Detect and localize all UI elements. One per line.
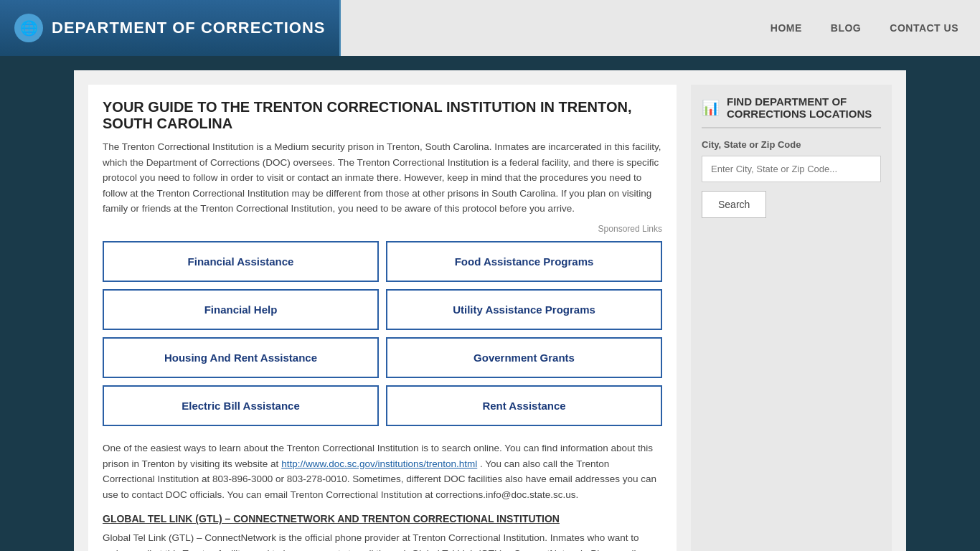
btn-financial-assistance[interactable]: Financial Assistance — [103, 241, 379, 282]
gtl-section-heading: GLOBAL TEL LINK (GTL) – CONNECTNETWORK A… — [103, 513, 662, 524]
article-title: YOUR GUIDE TO THE TRENTON CORRECTIONAL I… — [103, 99, 662, 132]
btn-financial-help[interactable]: Financial Help — [103, 289, 379, 330]
globe-icon: 🌐 — [14, 14, 43, 42]
sidebar-field-label: City, State or Zip Code — [702, 139, 881, 150]
nav-home[interactable]: HOME — [771, 22, 802, 34]
nav-contact[interactable]: CONTACT US — [890, 22, 958, 34]
btn-food-assistance[interactable]: Food Assistance Programs — [386, 241, 662, 282]
btn-rent-assistance[interactable]: Rent Assistance — [386, 385, 662, 426]
content-layout: YOUR GUIDE TO THE TRENTON CORRECTIONAL I… — [74, 70, 906, 551]
post-buttons-paragraph: One of the easiest ways to learn about t… — [103, 441, 662, 502]
bar-chart-icon: 📊 — [702, 99, 720, 116]
logo-section: 🌐 DEPARTMENT OF CORRECTIONS — [0, 0, 341, 56]
gtl-section-body: Global Tel Link (GTL) – ConnectNetwork i… — [103, 530, 662, 551]
btn-electric-bill[interactable]: Electric Bill Assistance — [103, 385, 379, 426]
main-content: YOUR GUIDE TO THE TRENTON CORRECTIONAL I… — [88, 85, 677, 551]
article-intro: The Trenton Correctional Institution is … — [103, 139, 662, 217]
nav-blog[interactable]: BLOG — [831, 22, 861, 34]
site-header: 🌐 DEPARTMENT OF CORRECTIONS HOME BLOG CO… — [0, 0, 980, 56]
sidebar-heading: FIND DEPARTMENT OF CORRECTIONS LOCATIONS — [727, 95, 881, 120]
btn-housing-rent[interactable]: Housing And Rent Assistance — [103, 337, 379, 378]
site-title: DEPARTMENT OF CORRECTIONS — [52, 19, 325, 37]
main-nav: HOME BLOG CONTACT US — [341, 0, 980, 56]
sidebar: 📊 FIND DEPARTMENT OF CORRECTIONS LOCATIO… — [691, 85, 892, 551]
assistance-button-grid: Financial Assistance Food Assistance Pro… — [103, 241, 662, 426]
doc-link[interactable]: http://www.doc.sc.gov/institutions/trent… — [281, 458, 477, 469]
search-button[interactable]: Search — [702, 191, 766, 218]
btn-government-grants[interactable]: Government Grants — [386, 337, 662, 378]
btn-utility-assistance[interactable]: Utility Assistance Programs — [386, 289, 662, 330]
sponsored-links-label: Sponsored Links — [103, 224, 662, 234]
page-wrapper: YOUR GUIDE TO THE TRENTON CORRECTIONAL I… — [67, 70, 913, 551]
city-state-zip-input[interactable] — [702, 156, 881, 182]
sidebar-header: 📊 FIND DEPARTMENT OF CORRECTIONS LOCATIO… — [702, 95, 881, 128]
